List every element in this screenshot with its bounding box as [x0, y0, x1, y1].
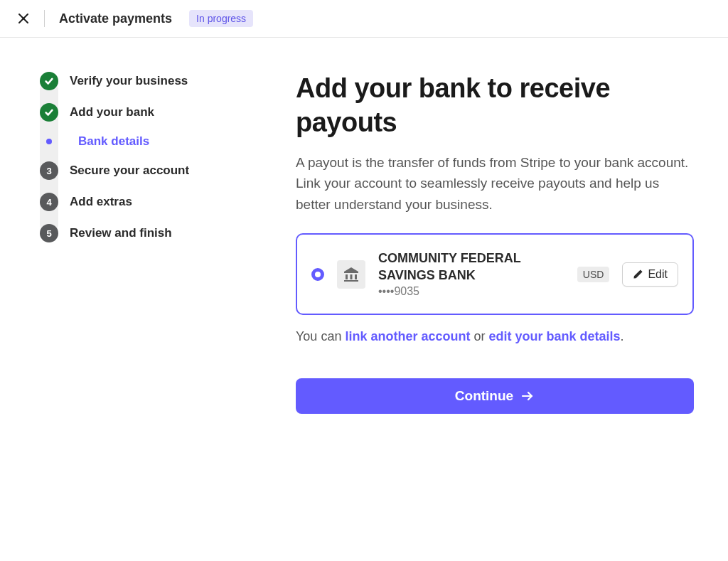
edit-label: Edit: [648, 268, 668, 281]
step-review-finish[interactable]: 5 Review and finish: [40, 224, 239, 242]
check-icon: [40, 103, 58, 122]
continue-label: Continue: [455, 388, 513, 404]
pencil-icon: [633, 269, 643, 279]
topbar: Activate payments In progress: [0, 0, 728, 38]
step-label: Add extras: [70, 195, 132, 209]
link-another-account[interactable]: link another account: [345, 329, 470, 343]
bank-name: COMMUNITY FEDERAL SAVINGS BANK: [378, 250, 564, 284]
step-number-icon: 5: [40, 224, 58, 242]
step-label: Review and finish: [70, 226, 172, 240]
radio-selected-icon[interactable]: [311, 268, 324, 281]
heading: Add your bank to receive payouts: [296, 72, 694, 139]
step-number-icon: 3: [40, 161, 58, 180]
description: A payout is the transfer of funds from S…: [296, 152, 694, 215]
hint-text: You can link another account or edit you…: [296, 329, 694, 344]
sidebar: Verify your business Add your bank Bank …: [40, 72, 239, 414]
status-badge: In progress: [189, 10, 253, 27]
close-icon: [18, 13, 29, 24]
close-button[interactable]: [17, 12, 30, 25]
bank-account-card[interactable]: COMMUNITY FEDERAL SAVINGS BANK ••••9035 …: [296, 233, 694, 315]
bank-account-masked: ••••9035: [378, 285, 564, 298]
continue-button[interactable]: Continue: [296, 378, 694, 414]
check-icon: [40, 72, 58, 90]
step-label: Add your bank: [70, 105, 154, 119]
page-title: Activate payments: [59, 11, 172, 26]
step-add-extras[interactable]: 4 Add extras: [40, 193, 239, 224]
step-list: Verify your business Add your bank Bank …: [40, 72, 239, 242]
substep-bank-details[interactable]: Bank details: [40, 134, 239, 161]
divider: [44, 10, 45, 27]
step-verify-business[interactable]: Verify your business: [40, 72, 239, 103]
step-secure-account[interactable]: 3 Secure your account: [40, 161, 239, 193]
bank-icon: [337, 260, 365, 289]
step-add-bank[interactable]: Add your bank: [40, 103, 239, 134]
arrow-right-icon: [520, 389, 535, 403]
content: Verify your business Add your bank Bank …: [0, 38, 728, 414]
main-panel: Add your bank to receive payouts A payou…: [296, 72, 694, 414]
step-label: Verify your business: [70, 74, 188, 88]
step-number-icon: 4: [40, 193, 58, 211]
edit-bank-details-link[interactable]: edit your bank details: [488, 329, 620, 343]
bank-info: COMMUNITY FEDERAL SAVINGS BANK ••••9035: [378, 250, 564, 298]
substep-label: Bank details: [78, 134, 149, 149]
step-label: Secure your account: [70, 164, 189, 178]
currency-badge: USD: [577, 267, 610, 282]
active-dot-icon: [40, 139, 58, 144]
edit-button[interactable]: Edit: [622, 262, 678, 287]
